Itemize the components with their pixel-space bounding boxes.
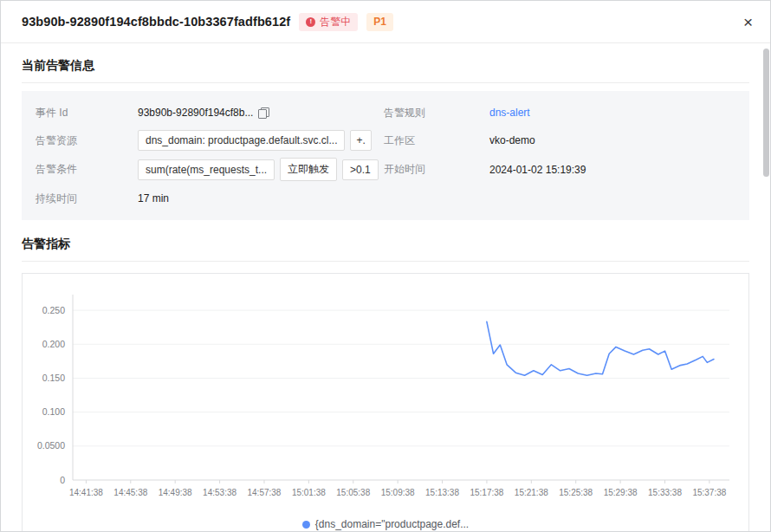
start-time-value: 2024-01-02 15:19:39 [489,159,735,180]
svg-text:15:09:38: 15:09:38 [381,488,415,497]
alert-rule-link[interactable]: dns-alert [489,107,530,119]
alert-resource-label: 告警资源 [36,133,138,148]
scrollbar[interactable] [763,49,769,177]
svg-text:15:01:38: 15:01:38 [292,488,326,497]
alert-metric-chart: 00.05000.1000.1500.2000.25014:41:3814:45… [24,284,748,516]
svg-text:14:41:38: 14:41:38 [69,488,103,497]
svg-text:14:49:38: 14:49:38 [159,488,192,497]
start-time-label: 开始时间 [384,162,489,177]
svg-text:15:17:38: 15:17:38 [470,488,503,497]
svg-text:14:57:38: 14:57:38 [248,488,282,497]
status-badge: 告警中 [299,13,358,31]
svg-text:15:13:38: 15:13:38 [425,488,459,497]
section-title-current-alert: 当前告警信息 [22,58,749,83]
alert-condition-label: 告警条件 [36,162,138,177]
svg-text:15:37:38: 15:37:38 [692,488,726,497]
svg-text:0: 0 [60,475,65,485]
alert-rule-label: 告警规则 [384,106,489,120]
dialog-header: 93b90b-92890f194cf8bbdc-10b3367fadfb612f… [1,1,770,43]
workspace-label: 工作区 [384,133,489,148]
svg-text:15:29:38: 15:29:38 [604,488,638,497]
legend-dot-icon [302,521,310,529]
status-badge-label: 告警中 [320,16,351,27]
svg-text:0.200: 0.200 [42,339,65,349]
event-id-value: 93b90b-92890f194cf8b... [138,102,384,123]
section-title-metrics: 告警指标 [22,237,749,262]
svg-text:15:25:38: 15:25:38 [559,488,593,497]
alert-status-icon [306,17,315,27]
alert-condition-value: sum(rate(ms_requests_t... 立即触发 >0.1 [138,158,384,181]
event-id-label: 事件 Id [36,106,138,120]
priority-badge: P1 [366,13,393,31]
legend-label: {dns_domain="productpage.def... [315,518,469,530]
event-id-text: 93b90b-92890f194cf8b... [138,107,253,119]
alert-metric-chart-panel: 00.05000.1000.1500.2000.25014:41:3814:45… [22,273,749,532]
copy-icon[interactable] [258,107,269,119]
svg-text:0.250: 0.250 [42,305,65,315]
alert-condition-expr-tag: sum(rate(ms_requests_t... [138,159,275,180]
workspace-value: vko-demo [489,130,735,151]
svg-text:15:05:38: 15:05:38 [336,488,370,497]
svg-text:0.150: 0.150 [42,373,65,383]
chart-legend[interactable]: {dns_domain="productpage.def... [24,516,747,532]
svg-text:0.100: 0.100 [42,406,65,417]
alert-resource-tag: dns_domain: productpage.default.svc.cl..… [138,130,345,151]
alert-detail-dialog: 93b90b-92890f194cf8bbdc-10b3367fadfb612f… [0,0,771,532]
svg-text:14:53:38: 14:53:38 [203,488,236,497]
svg-text:15:21:38: 15:21:38 [515,488,548,497]
page-title: 93b90b-92890f194cf8bbdc-10b3367fadfb612f [22,15,290,29]
duration-label: 持续时间 [36,191,138,206]
alert-resource-value: dns_domain: productpage.default.svc.cl..… [138,130,384,151]
svg-text:15:33:38: 15:33:38 [648,488,682,497]
close-icon[interactable]: × [740,12,756,32]
alert-resource-more-button[interactable]: +. [350,130,371,151]
alert-condition-trigger-tag: 立即触发 [280,158,337,181]
svg-text:14:45:38: 14:45:38 [113,488,147,497]
current-alert-info-panel: 事件 Id 93b90b-92890f194cf8b... 告警规则 dns-a… [22,91,749,220]
svg-text:0.0500: 0.0500 [37,440,65,451]
dialog-body: 当前告警信息 事件 Id 93b90b-92890f194cf8b... 告警规… [1,43,770,532]
alert-condition-threshold-tag: >0.1 [342,159,379,180]
duration-value: 17 min [138,188,384,209]
